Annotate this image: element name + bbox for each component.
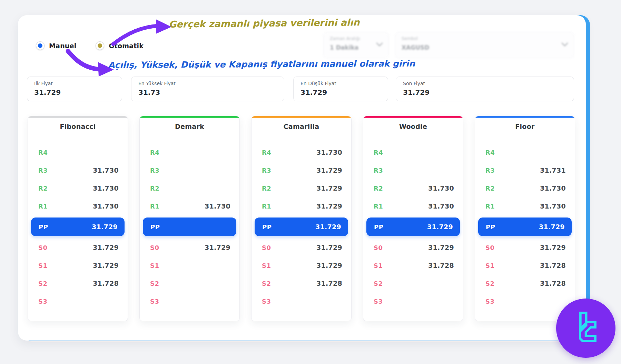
level-value: 31.728 [540,280,566,287]
pivot-row: S231.728 [252,274,351,292]
close-price-input[interactable] [403,88,545,97]
pivot-row: R431.730 [252,143,351,161]
pivot-row: S031.729 [28,239,128,256]
pivot-row-pp: PP31.729 [478,218,572,236]
pivot-row: S3 [363,292,463,310]
pivot-row: S131.728 [363,256,463,274]
level-label: R4 [150,149,159,156]
pivot-row: S031.729 [140,239,239,256]
high-price-input[interactable] [138,88,260,97]
level-label: R2 [485,185,495,192]
level-label: PP [262,223,272,231]
radio-automatic-icon[interactable] [96,41,104,50]
level-label: S0 [262,244,271,251]
level-value: 31.730 [428,202,454,210]
close-price-field: Son Fiyat [396,77,574,101]
radio-automatic[interactable]: Otomatik [96,41,144,50]
level-value: 31.730 [316,149,342,156]
pivot-row: S231.728 [28,274,128,292]
level-value: 31.729 [316,166,342,174]
pivot-row: R331.730 [28,161,128,179]
level-label: PP [486,223,495,231]
level-value: 31.730 [93,184,119,192]
level-value: 31.729 [316,262,342,269]
level-value: 31.729 [93,244,119,251]
level-value: 31.731 [540,166,566,174]
level-value: 31.729 [540,244,566,251]
level-value: 31.730 [540,202,566,210]
high-price-label: En Yüksek Fiyat [138,81,176,86]
radio-manual-label: Manuel [49,42,76,50]
chevron-down-icon[interactable] [561,42,568,47]
symbol-dropdown[interactable]: Sembol XAGUSD [395,32,574,58]
level-label: S0 [150,244,159,251]
card-accent-bar [251,116,352,118]
pivot-cards-row: Fibonacci R4 R331.730 R231.730 R131.730 … [28,116,575,321]
level-label: S2 [374,280,383,287]
level-value: 31.729 [539,223,565,231]
low-price-input[interactable] [300,88,376,97]
level-label: R3 [150,167,159,174]
radio-manual[interactable]: Manuel [36,41,76,50]
level-label: R3 [374,167,383,174]
card-title: Fibonacci [28,118,128,135]
pivot-row: R4 [140,143,239,161]
card-accent-bar [363,116,463,118]
pivot-row-pp: PP31.729 [31,218,125,236]
pivot-row: S3 [140,292,239,310]
level-label: S3 [374,298,383,305]
level-value: 31.728 [316,280,342,287]
symbol-dropdown-value: XAGUSD [402,44,429,51]
pivot-row: R231.729 [252,179,351,197]
symbol-dropdown-label: Sembol [402,36,418,41]
low-price-field: En Düşük Fiyat [293,77,388,101]
pivot-row: S031.729 [475,239,575,256]
level-label: S1 [262,262,271,269]
pivot-calculator-page: Manuel Otomatik Zaman Aralığı 1 Dakika S… [0,0,621,364]
realtime-annotation: Gerçek zamanlı piyasa verilerini alın [169,17,360,30]
level-value: 31.728 [428,262,454,269]
level-label: R2 [150,185,159,192]
timeframe-dropdown-value: 1 Dakika [330,44,358,51]
card-title: Demark [140,118,239,135]
chevron-down-icon[interactable] [376,42,383,47]
level-label: R1 [485,203,495,210]
pivot-row: S131.728 [475,256,575,274]
level-value: 31.729 [428,244,454,251]
pivot-row: R4 [363,143,463,161]
card-woodie: Woodie R4 R3 R231.730 R131.730 PP31.729 … [363,116,463,321]
pivot-row: R231.730 [363,179,463,197]
pivot-row: S2 [363,274,463,292]
pivot-row: S031.729 [252,239,351,256]
level-label: R3 [262,167,271,174]
level-label: S0 [38,244,48,251]
card-title: Woodie [363,118,463,135]
level-label: S1 [38,262,48,269]
level-value: 31.728 [93,280,119,287]
level-value: 31.730 [93,202,119,210]
low-price-label: En Düşük Fiyat [300,81,336,86]
level-label: R2 [38,185,48,192]
level-label: S2 [262,280,271,287]
pivot-row-pp: PP [143,218,236,236]
radio-automatic-label: Otomatik [109,42,144,50]
card-accent-bar [475,116,575,118]
pivot-row: S031.729 [363,239,463,256]
card-accent-bar [28,116,128,118]
open-price-input[interactable] [34,88,110,97]
timeframe-dropdown[interactable]: Zaman Aralığı 1 Dakika [323,32,389,58]
pivot-row: S3 [475,292,575,310]
level-value: 31.730 [93,166,119,174]
level-label: S3 [262,298,271,305]
level-label: S1 [374,262,383,269]
radio-manual-icon[interactable] [36,41,45,50]
level-value: 31.729 [93,262,119,269]
pivot-row: R2 [140,179,239,197]
brand-logo [556,299,615,358]
level-label: R4 [485,149,495,156]
level-label: S3 [485,298,495,305]
level-value: 31.728 [540,262,566,269]
manual-annotation: Açılış, Yüksek, Düşük ve Kapanış fiyatla… [108,59,415,70]
high-price-field: En Yüksek Fiyat [131,77,284,101]
pivot-row: S231.728 [475,274,575,292]
